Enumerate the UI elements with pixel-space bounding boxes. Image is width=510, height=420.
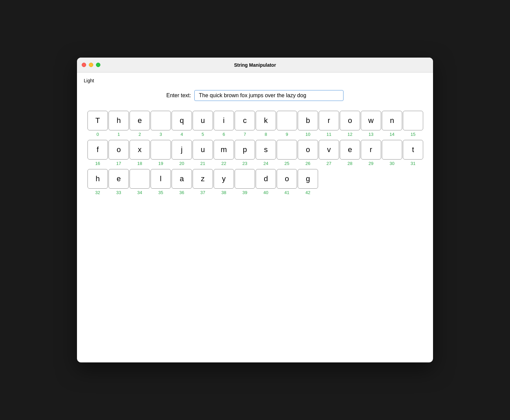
char-cell: o12: [339, 110, 360, 137]
char-index: 27: [319, 161, 339, 166]
char-box: h: [109, 111, 129, 130]
char-cell: n14: [381, 110, 403, 137]
char-cell: i6: [213, 110, 234, 137]
char-box: m: [214, 140, 234, 160]
char-cell: f16: [87, 140, 108, 166]
theme-label: Light: [84, 78, 426, 83]
input-label: Enter text:: [166, 92, 191, 99]
char-box: [151, 140, 171, 160]
char-cell: 19: [150, 140, 171, 166]
char-box: e: [130, 111, 150, 130]
char-cell: h32: [87, 169, 108, 195]
char-cell: o41: [276, 169, 297, 195]
char-cell: 30: [381, 140, 403, 166]
char-cell: a36: [171, 169, 192, 195]
char-index: 31: [403, 161, 423, 166]
char-box: [382, 140, 402, 160]
char-index: 7: [235, 132, 255, 137]
char-index: 40: [256, 190, 276, 195]
char-index: 4: [172, 132, 192, 137]
char-box: h: [87, 169, 108, 189]
window-title: String Manipulator: [234, 62, 276, 68]
char-box: c: [235, 111, 255, 130]
char-box: g: [298, 169, 318, 189]
char-box: s: [256, 140, 276, 160]
char-index: 18: [130, 161, 150, 166]
char-index: 33: [109, 190, 129, 195]
char-box: n: [382, 111, 402, 130]
char-cell: h1: [108, 110, 129, 137]
char-box: b: [298, 111, 318, 130]
char-box: a: [172, 169, 192, 189]
char-index: 3: [151, 132, 171, 137]
char-cell: e33: [108, 169, 129, 195]
char-index: 37: [193, 190, 213, 195]
char-index: 42: [298, 190, 318, 195]
char-index: 5: [193, 132, 213, 137]
char-index: 11: [319, 132, 339, 137]
char-index: 34: [130, 190, 150, 195]
char-index: 17: [109, 161, 129, 166]
char-box: f: [87, 140, 108, 160]
char-box: [403, 111, 423, 130]
char-row: h32e33 34l35a36z37y38 39d40o41g42: [87, 169, 426, 195]
char-index: 25: [277, 161, 297, 166]
char-row: f16o17x18 19j20u21m22p23s24 25o26v27e28r…: [87, 140, 426, 166]
maximize-button[interactable]: [96, 63, 100, 67]
traffic-lights: [82, 63, 100, 67]
char-index: 21: [193, 161, 213, 166]
input-row: Enter text:: [84, 90, 426, 101]
char-index: 13: [361, 132, 381, 137]
char-cell: o26: [297, 140, 318, 166]
char-cell: v27: [318, 140, 339, 166]
char-cell: 3: [150, 110, 171, 137]
char-cell: e28: [339, 140, 360, 166]
char-cell: w13: [360, 110, 381, 137]
char-cell: 25: [276, 140, 297, 166]
char-index: 1: [109, 132, 129, 137]
char-index: 24: [256, 161, 276, 166]
char-index: 36: [172, 190, 192, 195]
char-cell: u5: [192, 110, 213, 137]
main-content: Light Enter text: T0h1e2 3q4u5i6c7k8 9b1…: [77, 72, 433, 203]
char-index: 22: [214, 161, 234, 166]
char-index: 38: [214, 190, 234, 195]
char-cell: m22: [213, 140, 234, 166]
char-box: p: [235, 140, 255, 160]
char-box: [277, 111, 297, 130]
char-cell: r11: [318, 110, 339, 137]
char-box: o: [277, 169, 297, 189]
char-cell: r29: [360, 140, 381, 166]
char-box: k: [256, 111, 276, 130]
char-index: 6: [214, 132, 234, 137]
char-box: o: [340, 111, 360, 130]
char-index: 39: [235, 190, 255, 195]
char-cell: b10: [297, 110, 318, 137]
minimize-button[interactable]: [89, 63, 93, 67]
char-cell: 15: [403, 110, 424, 137]
char-index: 16: [87, 161, 108, 166]
char-box: z: [193, 169, 213, 189]
char-cell: s24: [255, 140, 276, 166]
char-box: e: [109, 169, 129, 189]
char-index: 32: [87, 190, 108, 195]
close-button[interactable]: [82, 63, 86, 67]
char-cell: j20: [171, 140, 192, 166]
char-box: x: [130, 140, 150, 160]
char-cell: z37: [192, 169, 213, 195]
characters-grid: T0h1e2 3q4u5i6c7k8 9b10r11o12w13n14 15f1…: [84, 110, 426, 198]
char-cell: 39: [234, 169, 255, 195]
char-cell: t31: [403, 140, 424, 166]
char-cell: k8: [255, 110, 276, 137]
char-cell: x18: [129, 140, 150, 166]
char-cell: 9: [276, 110, 297, 137]
char-box: r: [319, 111, 339, 130]
titlebar: String Manipulator: [77, 58, 433, 72]
char-box: [277, 140, 297, 160]
char-index: 26: [298, 161, 318, 166]
char-cell: 34: [129, 169, 150, 195]
char-box: r: [361, 140, 381, 160]
char-box: i: [214, 111, 234, 130]
text-input[interactable]: [194, 90, 344, 101]
char-box: v: [319, 140, 339, 160]
